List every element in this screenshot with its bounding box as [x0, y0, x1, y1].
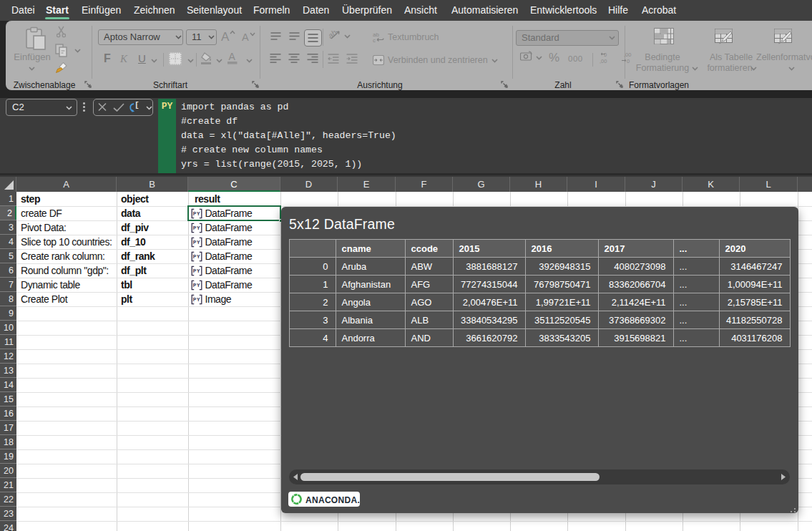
svg-text:A: A: [229, 52, 236, 62]
svg-text:c: c: [373, 37, 376, 43]
svg-text:PY: PY: [193, 254, 200, 259]
svg-text:PY: PY: [193, 297, 200, 302]
svg-text:0: 0: [627, 58, 630, 64]
svg-text:PY: PY: [193, 268, 200, 273]
svg-text:,00: ,00: [600, 58, 607, 64]
svg-text:PY: PY: [193, 240, 200, 245]
svg-text:PY: PY: [193, 225, 200, 230]
svg-text:PY: PY: [193, 283, 200, 288]
svg-text:,00: ,00: [624, 52, 631, 58]
svg-text:ab: ab: [329, 29, 338, 40]
svg-text:[ ]: [ ]: [134, 101, 144, 109]
svg-text:0: 0: [604, 52, 607, 58]
